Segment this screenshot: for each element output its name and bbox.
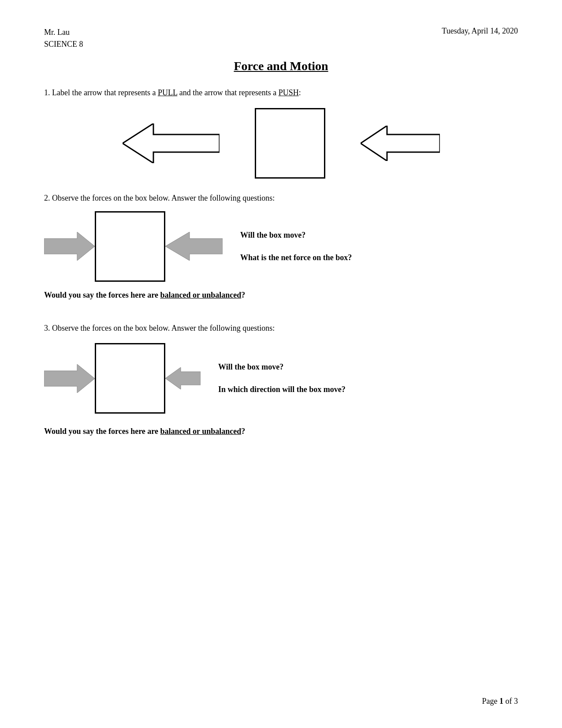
- diagram-1: [44, 108, 518, 179]
- page-header: Mr. Lau SCIENCE 8 Tuesday, April 14, 202…: [44, 26, 518, 50]
- gray-arrow-left-q2: [165, 232, 223, 261]
- arrow-left-big-outline: [123, 123, 220, 163]
- diagram-2: Will the box move? What is the net force…: [44, 211, 518, 282]
- page: Mr. Lau SCIENCE 8 Tuesday, April 14, 202…: [0, 0, 562, 728]
- svg-marker-1: [361, 126, 440, 161]
- q3-will-box-move: Will the box move?: [218, 362, 346, 372]
- header-left: Mr. Lau SCIENCE 8: [44, 26, 83, 50]
- box-q3: [95, 343, 165, 414]
- q3-direction: In which direction will the box move?: [218, 385, 346, 394]
- q3-balanced-question: Would you say the forces here are balanc…: [44, 427, 518, 436]
- box-q2: [95, 211, 165, 282]
- q2-balanced-question: Would you say the forces here are balanc…: [44, 291, 518, 300]
- header-date: Tuesday, April 14, 2020: [442, 26, 518, 36]
- diagram-3: Will the box move? In which direction wi…: [44, 343, 518, 414]
- svg-marker-4: [44, 364, 95, 393]
- q3-balanced-underline: balanced or unbalanced: [160, 427, 242, 436]
- gray-arrow-right-q3: [44, 364, 95, 393]
- push-label: PUSH: [279, 88, 299, 97]
- question-1-text: 1. Label the arrow that represents a PUL…: [44, 86, 518, 99]
- question-2-intro: 2. Observe the forces on the box below. …: [44, 192, 518, 205]
- svg-marker-5: [165, 367, 201, 389]
- page-footer: Page 1 of 3: [482, 697, 518, 706]
- q3-side-questions: Will the box move? In which direction wi…: [218, 362, 346, 394]
- pull-label: PULL: [158, 88, 177, 97]
- svg-marker-3: [165, 232, 223, 261]
- arrow-right-small-outline: [361, 126, 440, 161]
- class-name: SCIENCE 8: [44, 38, 83, 50]
- teacher-name: Mr. Lau: [44, 26, 83, 38]
- gray-arrow-right-q2: [44, 232, 95, 261]
- svg-marker-0: [123, 123, 220, 163]
- center-box-q1: [255, 108, 325, 179]
- page-title: Force and Motion: [44, 59, 518, 73]
- question-3-intro: 3. Observe the forces on the box below. …: [44, 322, 518, 335]
- q2-net-force: What is the net force on the box?: [240, 253, 352, 262]
- q2-will-box-move: Will the box move?: [240, 231, 352, 240]
- q2-side-questions: Will the box move? What is the net force…: [240, 231, 352, 262]
- svg-marker-2: [44, 232, 95, 261]
- page-number: 1: [499, 697, 503, 706]
- gray-arrow-left-q3: [165, 367, 201, 389]
- q2-balanced-underline: balanced or unbalanced: [160, 291, 242, 299]
